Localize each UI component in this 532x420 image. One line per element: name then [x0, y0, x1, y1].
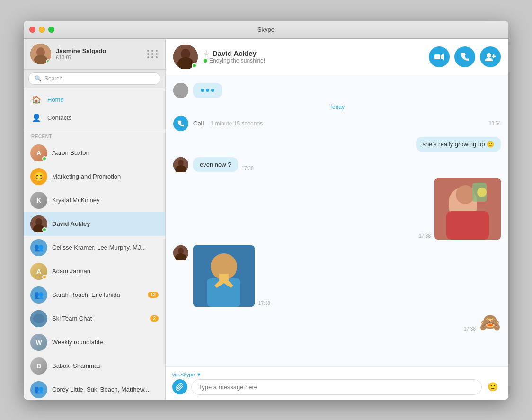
sidebar: Jasmine Salgado £13.07 🔍 Search: [24, 39, 166, 400]
contact-name-corey: Corey Little, Suki Beach, Matthew...: [52, 386, 149, 393]
contact-name-celisse: Celisse Kramer, Lee Murphy, MJ...: [52, 244, 146, 251]
contact-item-celisse[interactable]: 👥 Celisse Kramer, Lee Murphy, MJ...: [24, 236, 165, 259]
contact-item-sarah[interactable]: 👥 Sarah Roach, Eric Ishida 12: [24, 283, 165, 307]
avatar-krystal: K: [30, 192, 47, 209]
svg-point-28: [178, 248, 184, 254]
chat-user-name: ☆ David Ackley: [204, 49, 423, 57]
video-call-button[interactable]: [429, 46, 450, 67]
emoji-message: 🙈: [479, 313, 501, 332]
avatar-david: [30, 215, 47, 232]
message-row-emoji: 17:38 🙈: [173, 313, 501, 332]
sidebar-item-home[interactable]: 🏠 Home: [24, 91, 165, 109]
avatar-celisse: 👥: [30, 239, 47, 256]
chat-contact-avatar: [173, 45, 198, 69]
avatar-babak: B: [30, 357, 47, 375]
svg-point-17: [173, 83, 188, 98]
contact-item-adam[interactable]: A Adam Jarman: [24, 259, 165, 283]
avatar-corey: 👥: [30, 381, 47, 398]
svg-point-26: [477, 188, 487, 197]
svg-point-2: [34, 55, 47, 64]
typing-dot-2: [206, 89, 209, 92]
profile-avatar[interactable]: [30, 44, 51, 64]
call-duration: 1 minute 15 seconds: [210, 120, 263, 127]
contact-name-babak: Babak–Shammas: [52, 362, 101, 369]
app-window: Skype Jasmine S: [24, 21, 508, 400]
search-bar[interactable]: 🔍 Search: [28, 72, 160, 85]
attach-button[interactable]: [172, 379, 187, 394]
input-row: 🙂: [172, 379, 502, 395]
contact-item-krystal[interactable]: K Krystal McKinney: [24, 188, 165, 212]
home-icon: 🏠: [31, 95, 42, 105]
avatar-sarah: 👥: [30, 286, 47, 304]
message-bubble-outgoing-1: she's really growing up 🙂: [416, 137, 501, 152]
message-input[interactable]: [191, 379, 482, 395]
close-button[interactable]: [29, 27, 35, 33]
call-row: Call 1 minute 15 seconds 13:54: [173, 116, 501, 131]
search-placeholder: Search: [44, 75, 62, 82]
chat-input-area: via Skype ▼ 🙂: [166, 366, 508, 400]
voice-call-button[interactable]: [454, 46, 475, 67]
svg-rect-11: [434, 54, 440, 59]
msg-time-1: 17:38: [242, 166, 254, 171]
add-person-button[interactable]: [480, 46, 501, 67]
svg-point-14: [485, 58, 493, 61]
profile-balance: £13.07: [56, 54, 142, 60]
options-icon[interactable]: [147, 50, 159, 58]
messages-area[interactable]: Today Call 1 minute 15 seconds 13:54 she…: [166, 75, 508, 366]
avatar-adam: A: [30, 263, 47, 280]
call-text: Call: [193, 120, 204, 127]
titlebar: Skype: [24, 21, 508, 39]
msg-avatar-david-2: [173, 245, 188, 260]
search-icon: 🔍: [35, 75, 42, 82]
message-row-outgoing-1: she's really growing up 🙂: [173, 137, 501, 152]
call-icon: [173, 116, 188, 131]
via-skype-dropdown-icon: ▼: [196, 372, 202, 377]
window-title: Skype: [257, 26, 275, 33]
contact-item-babak[interactable]: B Babak–Shammas: [24, 354, 165, 378]
svg-point-10: [177, 57, 194, 69]
contact-item-weekly[interactable]: W Weekly roundtable: [24, 331, 165, 354]
msg-time-3: 17:38: [258, 301, 270, 306]
contact-name-weekly: Weekly roundtable: [52, 339, 103, 346]
avatar-ski: [30, 310, 47, 327]
nav-items: 🏠 Home 👤 Contacts: [24, 88, 165, 130]
sidebar-item-contacts[interactable]: 👤 Contacts: [24, 109, 165, 127]
star-icon: ☆: [204, 50, 210, 57]
status-dot-aaron: [42, 156, 47, 161]
profile-status-dot: [46, 59, 51, 64]
svg-rect-23: [446, 211, 489, 240]
chat-actions: [429, 46, 501, 67]
avatar-aaron: A: [30, 144, 47, 161]
msg-time-2: 17:38: [419, 233, 431, 239]
contact-name-david: David Ackley: [52, 220, 90, 227]
contact-item-ski[interactable]: Ski Team Chat 2: [24, 307, 165, 331]
profile-info: Jasmine Salgado £13.07: [56, 47, 142, 60]
main-content: Jasmine Salgado £13.07 🔍 Search: [24, 39, 508, 400]
traffic-lights: [29, 27, 54, 33]
contact-name-marketing: Marketing and Promotion: [52, 173, 121, 180]
minimize-button[interactable]: [39, 27, 45, 33]
contact-item-marketing[interactable]: 😊 Marketing and Promotion: [24, 165, 165, 188]
home-label: Home: [47, 96, 64, 103]
via-skype-label: via Skype ▼: [172, 372, 502, 377]
message-row-image-outgoing: 17:38: [173, 178, 501, 240]
contact-name-adam: Adam Jarman: [52, 268, 90, 275]
maximize-button[interactable]: [48, 27, 54, 33]
contact-item-aaron[interactable]: A Aaron Buxton: [24, 141, 165, 165]
contact-item-corey[interactable]: 👥 Corey Little, Suki Beach, Matthew...: [24, 378, 165, 400]
typing-dot-3: [211, 89, 214, 92]
contact-name-sarah: Sarah Roach, Eric Ishida: [52, 291, 120, 298]
emoji-picker-button[interactable]: 🙂: [486, 380, 500, 394]
typing-dot-1: [201, 89, 204, 92]
msg-avatar-david-1: [173, 157, 188, 172]
message-row-incoming-1: even now ? 17:38: [173, 157, 501, 172]
typing-bubble: [193, 83, 222, 98]
trophy-boy-image: [193, 245, 255, 307]
chat-online-dot: [204, 59, 207, 63]
chat-status-dot: [192, 63, 197, 68]
avatar-weekly: W: [30, 334, 47, 351]
profile-name: Jasmine Salgado: [56, 47, 142, 54]
svg-point-7: [33, 314, 44, 323]
contact-item-david[interactable]: David Ackley: [24, 212, 165, 236]
msg-avatar-grey: [173, 83, 188, 98]
